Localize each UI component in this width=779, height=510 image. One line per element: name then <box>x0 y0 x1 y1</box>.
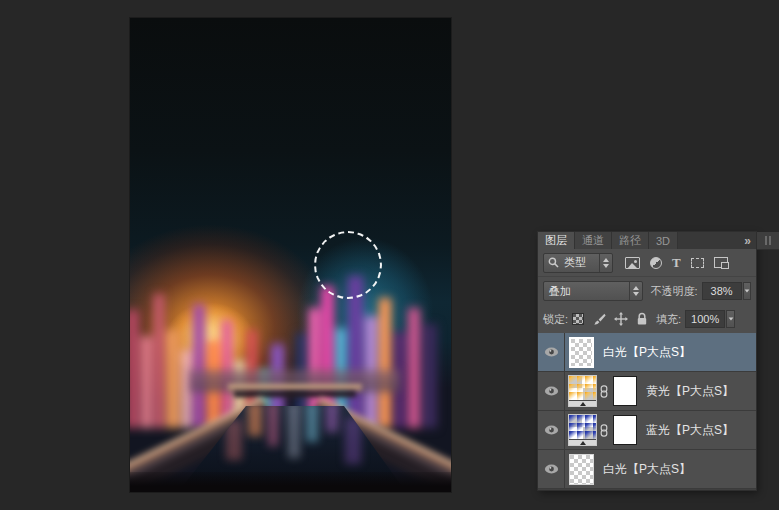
fill-value-field[interactable]: 100% <box>685 310 725 328</box>
mask-link-icon[interactable] <box>600 385 608 398</box>
filter-smart-objects-icon[interactable] <box>714 257 728 268</box>
filter-pixel-layers-icon[interactable] <box>625 257 640 269</box>
visibility-toggle[interactable] <box>538 411 565 449</box>
filter-kind-dropdown[interactable]: 类型 <box>543 253 613 273</box>
lock-fill-row: 锁定: 填充: 100% <box>538 305 756 333</box>
opacity-value-field[interactable]: 38% <box>702 282 742 300</box>
filter-adjustment-layers-icon[interactable] <box>650 257 662 269</box>
tab-channels[interactable]: 通道 <box>575 232 612 249</box>
tab-paths[interactable]: 路径 <box>612 232 649 249</box>
elliptical-selection-marquee[interactable] <box>314 231 382 299</box>
bridge-shadow <box>234 391 356 397</box>
filter-kind-label: 类型 <box>559 255 599 270</box>
lock-label: 锁定: <box>543 312 568 327</box>
layer-row-white-light-bottom[interactable]: 白光【P大点S】 <box>538 450 756 489</box>
eye-icon <box>544 425 559 435</box>
adjacent-panel-fragment <box>757 232 779 250</box>
eye-icon <box>544 386 559 396</box>
chevron-updown-icon <box>629 282 642 300</box>
visibility-toggle[interactable] <box>538 372 565 410</box>
visibility-toggle[interactable] <box>538 333 565 371</box>
document-canvas[interactable] <box>130 18 451 492</box>
visibility-toggle[interactable] <box>538 450 565 488</box>
gradient-fill-thumbnail[interactable] <box>568 375 597 407</box>
layer-name[interactable]: 黄光【P大点S】 <box>646 383 734 400</box>
layers-list: 白光【P大点S】 黄光【P大点S】 <box>538 333 756 490</box>
blend-mode-value: 叠加 <box>544 284 629 299</box>
layer-name[interactable]: 蓝光【P大点S】 <box>646 422 734 439</box>
chevron-updown-icon <box>599 254 612 272</box>
mask-link-icon[interactable] <box>600 424 608 437</box>
blend-mode-dropdown[interactable]: 叠加 <box>543 281 643 301</box>
fill-dropdown-arrow[interactable] <box>726 310 735 328</box>
layer-name[interactable]: 白光【P大点S】 <box>603 461 691 478</box>
opacity-label: 不透明度: <box>651 284 698 299</box>
layer-mask-thumbnail[interactable] <box>613 376 637 406</box>
opacity-dropdown-arrow[interactable] <box>743 282 751 300</box>
layer-thumbnail[interactable] <box>569 454 594 485</box>
blend-opacity-row: 叠加 不透明度: 38% <box>538 277 756 305</box>
layer-row-yellow-light[interactable]: 黄光【P大点S】 <box>538 372 756 411</box>
lock-position-move-icon[interactable] <box>614 312 628 326</box>
layer-mask-thumbnail[interactable] <box>613 415 637 445</box>
panel-collapse-icon[interactable]: » <box>738 232 756 249</box>
eye-icon <box>544 347 559 357</box>
layer-name[interactable]: 白光【P大点S】 <box>603 344 691 361</box>
gradient-fill-thumbnail[interactable] <box>568 414 597 446</box>
fill-label: 填充: <box>656 312 681 327</box>
corner-shade-left <box>130 432 200 492</box>
canal-bridge <box>228 384 362 391</box>
layer-row-white-light-top[interactable]: 白光【P大点S】 <box>538 333 756 372</box>
search-icon <box>548 257 559 268</box>
layer-thumbnail[interactable] <box>569 337 594 368</box>
corner-shade-right <box>381 432 451 492</box>
layer-filter-row: 类型 T <box>538 249 756 277</box>
tab-3d[interactable]: 3D <box>649 232 678 249</box>
eye-icon <box>544 464 559 474</box>
filter-shape-layers-icon[interactable] <box>691 258 704 268</box>
lock-transparency-icon[interactable] <box>572 313 584 325</box>
filter-type-layers-icon[interactable]: T <box>672 257 681 269</box>
layers-panel: 图层 通道 路径 3D » 类型 T 叠加 <box>538 232 756 490</box>
lock-all-padlock-icon[interactable] <box>636 312 648 326</box>
lock-pixels-brush-icon[interactable] <box>592 313 606 326</box>
tab-layers[interactable]: 图层 <box>538 232 575 249</box>
layer-row-blue-light[interactable]: 蓝光【P大点S】 <box>538 411 756 450</box>
panel-tab-bar: 图层 通道 路径 3D » <box>538 232 756 249</box>
